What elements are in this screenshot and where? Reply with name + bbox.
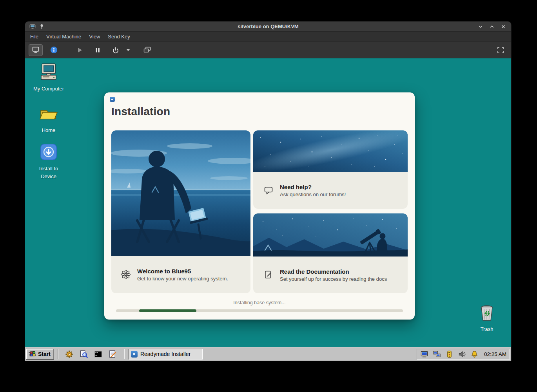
virtual-displays-icon[interactable] — [140, 44, 154, 56]
unshade-icon[interactable] — [489, 24, 495, 29]
menu-view[interactable]: View — [85, 32, 104, 41]
wordpad-icon[interactable] — [108, 349, 118, 359]
desktop-icon-install-to-device[interactable]: Install to Device — [31, 143, 66, 180]
menu-send-key[interactable]: Send Key — [104, 32, 134, 41]
start-label: Start — [38, 351, 51, 357]
network-tray-icon[interactable] — [433, 350, 441, 358]
welcome-illustration — [111, 130, 250, 256]
home-folder-icon — [39, 106, 58, 123]
install-progress-bar — [116, 309, 403, 312]
vm-info-icon[interactable] — [47, 44, 61, 56]
installer-window: Installation — [104, 92, 415, 320]
installer-app-icon — [110, 97, 115, 102]
card-welcome-info: Welcome to Blue95 Get to know your new o… — [111, 256, 250, 293]
taskbar-separator — [58, 349, 58, 359]
shutdown-menu-arrow-icon[interactable] — [125, 44, 131, 56]
titlebar: silverblue on QEMU/KVM — [25, 22, 511, 32]
titlebar-left-icons — [25, 24, 44, 29]
card-title: Read the Documentation — [280, 268, 387, 275]
card-docs-text: Read the Documentation Set yourself up f… — [280, 268, 387, 282]
card-welcome-text: Welcome to Blue95 Get to know your new o… — [137, 268, 228, 282]
card-subtitle: Ask questions on our forums! — [280, 191, 346, 197]
find-icon[interactable] — [79, 349, 89, 359]
help-chat-icon — [263, 185, 274, 195]
start-flag-icon — [28, 350, 36, 358]
display-tray-icon[interactable] — [420, 350, 429, 358]
card-help-info: Need help? Ask questions on our forums! — [253, 172, 408, 209]
card-welcome[interactable]: Welcome to Blue95 Get to know your new o… — [111, 130, 250, 293]
desktop-icon-label: Install to Device — [31, 165, 66, 180]
task-button-readymade-installer[interactable]: Readymade Installer — [128, 349, 203, 359]
card-read-docs[interactable]: Read the Documentation Set yourself up f… — [253, 213, 408, 293]
window-controls — [478, 24, 511, 29]
volume-tray-icon[interactable] — [458, 350, 466, 358]
installer-page-title: Installation — [111, 105, 170, 118]
menubar: File Virtual Machine View Send Key — [25, 32, 511, 42]
system-tray: 02:25 AM — [417, 349, 510, 359]
docs-icon — [263, 270, 274, 280]
window-title: silverblue on QEMU/KVM — [25, 23, 511, 29]
desktop-icon-label: Home — [42, 126, 56, 134]
shade-icon[interactable] — [478, 24, 483, 29]
notification-bell-icon[interactable] — [470, 350, 479, 358]
modem-tray-icon[interactable] — [445, 350, 454, 358]
progress-fill — [139, 309, 196, 312]
app-icon — [29, 24, 36, 29]
desktop-icon-label: Trash — [481, 325, 493, 333]
toolbar — [25, 42, 511, 58]
virt-manager-window: silverblue on QEMU/KVM File Virtual Mach… — [25, 22, 511, 361]
install-status-text: Installing base system... — [104, 300, 415, 305]
quick-launch — [62, 349, 120, 359]
trash-icon — [478, 303, 495, 322]
start-button[interactable]: Start — [26, 349, 54, 359]
taskbar-clock[interactable]: 02:25 AM — [483, 351, 506, 357]
card-docs-info: Read the Documentation Set yourself up f… — [253, 257, 408, 293]
close-icon[interactable] — [501, 24, 506, 29]
menu-file[interactable]: File — [26, 32, 42, 41]
shutdown-icon[interactable] — [109, 44, 123, 56]
desktop-icon-trash[interactable]: Trash — [469, 303, 504, 333]
card-help-text: Need help? Ask questions on our forums! — [280, 184, 346, 197]
dos-prompt-icon[interactable] — [94, 349, 103, 359]
fullscreen-icon[interactable] — [493, 44, 508, 56]
settings-gear-icon[interactable] — [65, 349, 74, 359]
pause-icon[interactable] — [91, 44, 105, 56]
card-title: Need help? — [280, 184, 346, 190]
menu-virtual-machine[interactable]: Virtual Machine — [42, 32, 85, 41]
card-title: Welcome to Blue95 — [137, 268, 228, 275]
vm-display[interactable]: My Computer Home Install to Device — [25, 58, 511, 361]
readymade-installer-icon — [131, 351, 138, 358]
install-to-device-icon — [40, 143, 58, 161]
console-display-icon[interactable] — [29, 44, 43, 56]
run-icon[interactable] — [73, 44, 87, 56]
welcome-icon — [121, 269, 131, 280]
screenshot-root: silverblue on QEMU/KVM File Virtual Mach… — [0, 0, 537, 392]
my-computer-icon — [39, 63, 58, 81]
card-subtitle: Get to know your new operating system. — [137, 276, 228, 282]
card-subtitle: Set yourself up for success by reading t… — [280, 276, 387, 282]
docs-illustration — [253, 213, 408, 257]
desktop-icon-home[interactable]: Home — [31, 106, 66, 134]
task-button-label: Readymade Installer — [140, 351, 190, 357]
taskbar: Start — [25, 347, 511, 361]
card-need-help[interactable]: Need help? Ask questions on our forums! — [253, 130, 408, 209]
taskbar-separator — [124, 349, 125, 359]
installer-cards: Welcome to Blue95 Get to know your new o… — [111, 130, 408, 293]
desktop-icon-label: My Computer — [33, 85, 64, 93]
pin-icon — [39, 24, 44, 29]
help-illustration — [253, 130, 408, 172]
desktop-icon-my-computer[interactable]: My Computer — [31, 63, 66, 93]
